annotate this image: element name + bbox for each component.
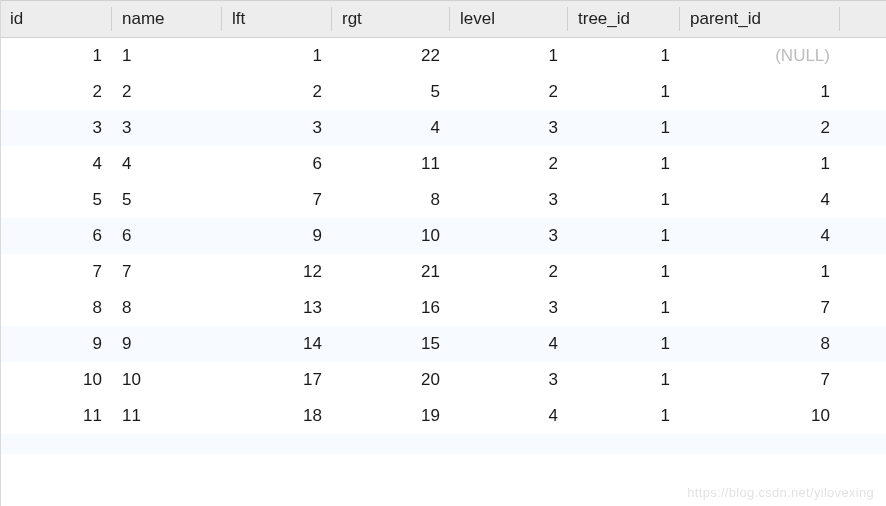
cell-id: 8: [0, 290, 112, 326]
cell-name: 3: [112, 110, 222, 146]
cell-lft: 1: [222, 38, 332, 75]
cell-value: 1: [661, 406, 670, 425]
cell-parent_id: 1: [680, 254, 840, 290]
cell-parent_id: 4: [680, 182, 840, 218]
cell-level: 3: [450, 218, 568, 254]
cell-lft: 17: [222, 362, 332, 398]
cell-value: 2: [821, 118, 830, 137]
cell-rgt: 10: [332, 218, 450, 254]
cell-lft: 3: [222, 110, 332, 146]
column-header-rgt[interactable]: rgt: [332, 1, 450, 38]
cell-value: 1: [93, 46, 102, 65]
column-header-level[interactable]: level: [450, 1, 568, 38]
cell-value: 9: [122, 334, 131, 353]
cell-name: 11: [112, 398, 222, 434]
table-row[interactable]: 991415418: [0, 326, 886, 362]
table-row[interactable]: 3334312: [0, 110, 886, 146]
table-body: 1112211(NULL)222521133343124461121155783…: [0, 38, 886, 435]
cell-tree_id: 1: [568, 398, 680, 434]
cell-value: 6: [93, 226, 102, 245]
cell-value: 3: [313, 118, 322, 137]
cell-tree_id: 1: [568, 38, 680, 75]
cell-parent_id: 4: [680, 218, 840, 254]
cell-parent_id: 7: [680, 290, 840, 326]
cell-rgt: 21: [332, 254, 450, 290]
cell-value: 3: [549, 370, 558, 389]
cell-tree_id: 1: [568, 254, 680, 290]
cell-id: 7: [0, 254, 112, 290]
data-table: idnamelftrgtleveltree_idparent_id 111221…: [0, 0, 886, 434]
cell-value: 1: [661, 334, 670, 353]
cell-value: 7: [821, 298, 830, 317]
cell-value: 6: [313, 154, 322, 173]
table-row[interactable]: 10101720317: [0, 362, 886, 398]
table-row[interactable]: 881316317: [0, 290, 886, 326]
cell-value: 3: [549, 226, 558, 245]
cell-name: 10: [112, 362, 222, 398]
column-header-label: lft: [232, 9, 245, 28]
cell-value: 8: [431, 190, 440, 209]
cell-value: 17: [303, 370, 322, 389]
column-header-label: rgt: [342, 9, 362, 28]
cell-value: 18: [303, 406, 322, 425]
column-header-lft[interactable]: lft: [222, 1, 332, 38]
cell-value: 10: [122, 370, 141, 389]
cell-rgt: 22: [332, 38, 450, 75]
column-header-name[interactable]: name: [112, 1, 222, 38]
cell-value: 22: [421, 46, 440, 65]
cell-value: 8: [93, 298, 102, 317]
cell-parent_id: 7: [680, 362, 840, 398]
table-row[interactable]: 66910314: [0, 218, 886, 254]
cell-value: 3: [122, 118, 131, 137]
table-row[interactable]: 771221211: [0, 254, 886, 290]
cell-value: 4: [431, 118, 440, 137]
cell-rgt: 11: [332, 146, 450, 182]
cell-value: 21: [421, 262, 440, 281]
column-header-label: tree_id: [578, 9, 630, 28]
cell-level: 3: [450, 182, 568, 218]
table-row[interactable]: 5578314: [0, 182, 886, 218]
cell-value: 2: [549, 154, 558, 173]
cell-value: 19: [421, 406, 440, 425]
cell-lft: 6: [222, 146, 332, 182]
cell-value: 1: [661, 190, 670, 209]
table-row[interactable]: 111118194110: [0, 398, 886, 434]
cell-_tail: [840, 110, 886, 146]
cell-value: (NULL): [775, 46, 830, 65]
table-row[interactable]: 1112211(NULL): [0, 38, 886, 75]
column-header-label: id: [10, 9, 23, 28]
column-header-id[interactable]: id: [0, 1, 112, 38]
cell-_tail: [840, 254, 886, 290]
cell-value: 2: [122, 82, 131, 101]
table-row[interactable]: 2225211: [0, 74, 886, 110]
cell-name: 2: [112, 74, 222, 110]
column-header-tree_id[interactable]: tree_id: [568, 1, 680, 38]
cell-value: 16: [421, 298, 440, 317]
cell-id: 3: [0, 110, 112, 146]
cell-parent_id: (NULL): [680, 38, 840, 75]
cell-value: 1: [821, 154, 830, 173]
cell-lft: 12: [222, 254, 332, 290]
table-row[interactable]: 44611211: [0, 146, 886, 182]
cell-value: 9: [93, 334, 102, 353]
cell-value: 5: [431, 82, 440, 101]
cell-value: 10: [811, 406, 830, 425]
cell-value: 1: [549, 46, 558, 65]
cell-value: 5: [93, 190, 102, 209]
cell-tree_id: 1: [568, 74, 680, 110]
cell-value: 3: [549, 298, 558, 317]
cell-value: 11: [122, 406, 141, 425]
cell-value: 14: [303, 334, 322, 353]
cell-value: 8: [122, 298, 131, 317]
cell-parent_id: 10: [680, 398, 840, 434]
cell-_tail: [840, 362, 886, 398]
cell-level: 1: [450, 38, 568, 75]
cell-value: 1: [661, 46, 670, 65]
cell-id: 9: [0, 326, 112, 362]
column-header-_tail[interactable]: [840, 1, 886, 38]
cell-id: 4: [0, 146, 112, 182]
column-header-parent_id[interactable]: parent_id: [680, 1, 840, 38]
cell-value: 1: [661, 262, 670, 281]
cell-level: 3: [450, 110, 568, 146]
cell-value: 20: [421, 370, 440, 389]
